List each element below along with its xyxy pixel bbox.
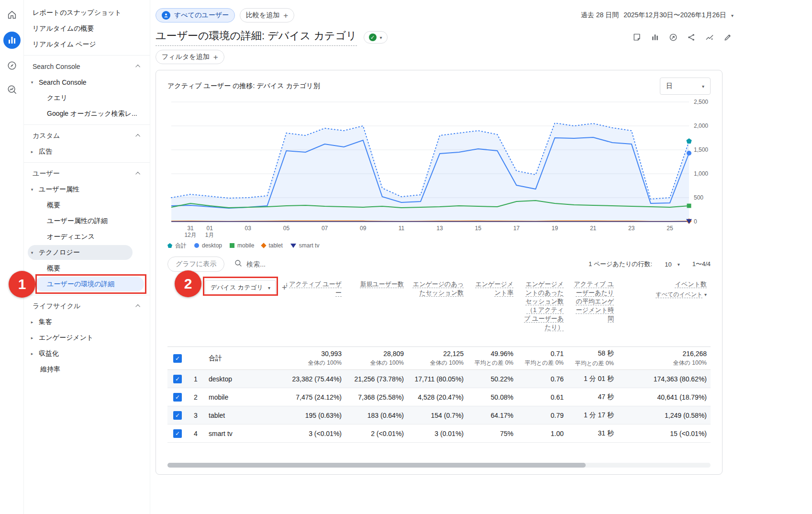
divider [24, 295, 150, 295]
svg-text:01: 01 [206, 225, 213, 232]
expand-open-icon: ▾ [30, 187, 34, 192]
column-header-new-users[interactable]: 新規ユーザー数 [345, 275, 408, 293]
rows-per-page-select[interactable]: 10 ▾ [665, 261, 680, 268]
show-on-chart-button[interactable]: グラフに表示 [167, 257, 224, 272]
column-header-avg-engagement-time[interactable]: アクティブ ユーザーあたりの平均エンゲージメント時間 [567, 275, 618, 328]
audience-chip[interactable]: すべてのユーザー [156, 8, 235, 22]
row-checkbox[interactable] [173, 354, 182, 363]
share-icon[interactable] [685, 32, 697, 44]
sidebar-item-realtime-overview[interactable]: リアルタイムの概要 [24, 21, 150, 36]
svg-text:1,500: 1,500 [694, 146, 708, 153]
sidebar-item-user-attributes[interactable]: ▾ユーザー属性 [24, 181, 150, 197]
horizontal-scrollbar[interactable] [167, 463, 711, 468]
sidebar-item-demographic-details[interactable]: ユーザー属性の詳細 [24, 213, 150, 229]
sidebar-section-search-console[interactable]: Search Console [24, 58, 150, 74]
metric-cell: 4,528 (20.47%) [408, 393, 467, 401]
column-header-engagement-rate[interactable]: エンゲージメント率 [467, 275, 517, 302]
metric-cell: 1 分 17 秒 [567, 411, 618, 420]
insights-icon[interactable] [667, 32, 679, 44]
chevron-down-icon: ▾ [731, 13, 734, 18]
sidebar-item-engagement[interactable]: ▸エンゲージメント [24, 330, 150, 346]
circle-marker-icon [194, 243, 199, 248]
sidebar-item-report-snapshot[interactable]: レポートのスナップショット [24, 5, 150, 21]
report-status-badge[interactable]: ✓ ▾ [364, 31, 388, 44]
reports-icon[interactable] [3, 32, 21, 49]
sidebar-item-queries[interactable]: クエリ [24, 90, 150, 106]
sidebar-item-acquisition[interactable]: ▸集客 [24, 314, 150, 330]
notes-icon[interactable] [631, 32, 643, 44]
sidebar-section-custom[interactable]: カスタム [24, 128, 150, 144]
advertising-icon[interactable] [5, 82, 19, 97]
edit-icon[interactable] [722, 32, 734, 44]
svg-text:21: 21 [590, 225, 597, 232]
legend-item-tablet: tablet [262, 242, 282, 249]
svg-text:23: 23 [628, 225, 635, 232]
sidebar-item-demographics-overview[interactable]: 概要 [24, 197, 150, 213]
metric-cell: 7,475 (24.12%) [277, 393, 345, 401]
metric-cell: 3 (<0.01%) [277, 430, 345, 437]
metric-cell: 23,382 (75.44%) [277, 375, 345, 383]
dimension-cell: mobile [204, 393, 277, 401]
metric-cell: 30,993全体の 100% [277, 350, 345, 367]
metric-cell: 64.17% [467, 412, 517, 419]
home-icon[interactable] [5, 8, 19, 22]
row-index: 3 [188, 412, 204, 419]
add-comparison-chip[interactable]: 比較を追加 + [240, 8, 294, 22]
divider [24, 162, 150, 163]
sidebar-section-user[interactable]: ユーザー [24, 166, 150, 181]
column-header-active-users[interactable]: ↓アクティブ ユーザー [277, 275, 345, 302]
table-search[interactable] [234, 259, 309, 269]
chevron-down-icon: ▾ [380, 35, 382, 40]
column-header-engaged-sessions-per-user[interactable]: エンゲージメントのあったセッション数（1 アクティブ ユーザーあたり） [517, 275, 567, 336]
metric-cell: 174,363 (80.62%) [618, 375, 711, 383]
sidebar-item-ads[interactable]: ▸広告 [24, 144, 150, 159]
row-checkbox[interactable] [173, 393, 182, 402]
bar-chart-icon[interactable] [649, 32, 661, 44]
sidebar-item-realtime-pages[interactable]: リアルタイム ページ [24, 36, 150, 52]
add-filter-label: フィルタを追加 [162, 53, 210, 61]
column-header-engaged-sessions[interactable]: エンゲージのあったセッション数 [408, 275, 467, 302]
metric-cell: 0.76 [517, 375, 567, 383]
sidebar-item-audiences[interactable]: オーディエンス [24, 229, 150, 245]
sidebar-section-lifecycle[interactable]: ライフサイクル [24, 298, 150, 314]
sidebar-item-google-organic[interactable]: Google オーガニック検索レ... [24, 106, 150, 122]
date-range-value: 2025年12月30日〜2026年1月26日 [623, 11, 726, 20]
row-checkbox[interactable] [173, 411, 182, 420]
scrollbar-thumb[interactable] [167, 463, 586, 468]
add-comparison-label: 比較を追加 [246, 11, 279, 20]
triangle-marker-icon [290, 244, 296, 248]
title-row: ユーザーの環境の詳細: デバイス カテゴリ ✓ ▾ [156, 29, 734, 46]
event-filter-select[interactable]: すべてのイベント ▾ [622, 290, 707, 299]
metric-cell: 49.96%平均との差 0% [467, 350, 517, 367]
add-filter-chip[interactable]: フィルタを追加 + [156, 50, 224, 64]
metric-cell: 0.61 [517, 393, 567, 401]
check-icon: ✓ [369, 34, 377, 41]
sidebar-item-technology[interactable]: ▾テクノロジー [24, 245, 150, 260]
legend-item-total: 合計 [167, 242, 187, 250]
row-checkbox[interactable] [173, 429, 182, 438]
dimension-cell: tablet [204, 412, 277, 419]
metric-cell: 195 (0.63%) [277, 412, 345, 419]
collapse-up-icon [135, 172, 140, 177]
column-header-event-count[interactable]: イベント数 すべてのイベント ▾ [618, 275, 711, 304]
row-checkbox[interactable] [173, 375, 182, 383]
svg-text:05: 05 [283, 225, 290, 232]
granularity-select[interactable]: 日 ▾ [660, 78, 711, 95]
svg-text:12月: 12月 [184, 232, 196, 238]
search-input[interactable] [246, 260, 309, 268]
sidebar-item-search-console[interactable]: ▾Search Console [24, 74, 150, 90]
metric-cell: 47 秒 [567, 393, 618, 402]
table-row: 4 smart tv 3 (<0.01%) 2 (<0.01%) 3 (0.01… [167, 425, 711, 443]
date-range-selector[interactable]: 過去 28 日間 2025年12月30日〜2026年1月26日 ▾ [581, 11, 734, 20]
metric-cell: 3 (0.01%) [408, 430, 467, 437]
expand-closed-icon: ▸ [30, 351, 34, 356]
explore-icon[interactable] [5, 58, 19, 73]
metric-cell: 1,249 (0.58%) [618, 412, 711, 419]
metric-cell: 50.22% [467, 375, 517, 383]
svg-text:19: 19 [552, 225, 558, 232]
sidebar-item-monetization[interactable]: ▸収益化 [24, 346, 150, 361]
chart-title: アクティブ ユーザー の推移: デバイス カテゴリ別 [167, 82, 320, 90]
trend-sparkle-icon[interactable] [703, 32, 715, 44]
table-row: 1 desktop 23,382 (75.44%) 21,256 (73.78%… [167, 370, 711, 388]
sidebar-item-retention[interactable]: 維持率 [24, 361, 150, 377]
